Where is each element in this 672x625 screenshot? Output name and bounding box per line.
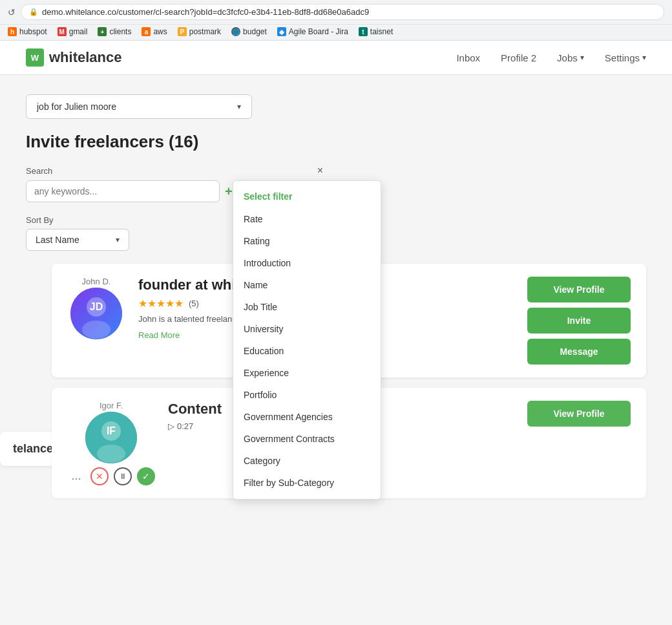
filter-item-sub-category[interactable]: Filter by Sub-Category (233, 472, 381, 494)
svg-point-6 (97, 445, 125, 463)
card-actions-john: View Profile Invite Message (527, 277, 631, 365)
settings-chevron-icon: ▾ (642, 53, 646, 62)
job-selector-value: job for Julien moore (37, 101, 116, 112)
bookmark-gmail[interactable]: M gmail (58, 27, 88, 36)
sort-select[interactable]: Last Name ▾ (26, 229, 129, 251)
filter-item-gov-contracts[interactable]: Government Contracts (233, 428, 381, 450)
message-button-john[interactable]: Message (527, 339, 631, 365)
filter-item-university[interactable]: University (233, 318, 381, 340)
jira-icon: ◆ (277, 27, 286, 36)
svg-text:IF: IF (107, 425, 116, 436)
sort-chevron-icon: ▾ (116, 235, 120, 244)
bookmark-label: aws (153, 27, 167, 36)
svg-point-2 (82, 321, 110, 339)
filter-item-name[interactable]: Name (233, 274, 381, 296)
filter-item-category[interactable]: Category (233, 450, 381, 472)
nav-jobs[interactable]: Jobs ▾ (557, 52, 584, 63)
search-input[interactable] (34, 186, 211, 196)
reject-icon[interactable]: ✕ (90, 467, 109, 485)
view-profile-button-john[interactable]: View Profile (527, 277, 631, 302)
address-bar: ↺ 🔒 demo.whitelance.co/customer/cl-searc… (0, 0, 672, 24)
navbar: W whitelance Inbox Profile 2 Jobs ▾ Sett… (0, 41, 672, 75)
bookmark-label: hubspot (19, 27, 47, 36)
action-icons: … ✕ ⏸ ✓ (67, 467, 155, 485)
filter-item-education[interactable]: Education (233, 340, 381, 362)
bookmark-label: postmark (189, 27, 221, 36)
browser-chrome: ↺ 🔒 demo.whitelance.co/customer/cl-searc… (0, 0, 672, 41)
timer-value: 0:27 (177, 421, 193, 431)
main-content: job for Julien moore ▾ Invite freelancer… (0, 75, 672, 528)
bookmarks-bar: h hubspot M gmail + clients a aws P post… (0, 24, 672, 40)
sort-value: Last Name (36, 235, 79, 245)
filter-dropdown-container: Select filter Rate Rating Introduction N… (26, 180, 220, 202)
card-actions-igor: View Profile (527, 401, 631, 427)
nav-inbox[interactable]: Inbox (456, 52, 480, 63)
bg-card-text: telance. (13, 442, 56, 455)
refresh-icon[interactable]: ↺ (8, 7, 16, 17)
filter-item-experience[interactable]: Experience (233, 362, 381, 384)
filter-item-jobtitle[interactable]: Job Title (233, 296, 381, 318)
view-profile-button-igor[interactable]: View Profile (527, 401, 631, 427)
stars-john: ★★★★★ (138, 297, 184, 310)
search-section: Search × Select filter Rate Rating Intro… (26, 165, 646, 202)
logo[interactable]: W whitelance (26, 48, 121, 67)
bookmark-budget[interactable]: 🌐 budget (231, 27, 267, 36)
bookmark-label: Agile Board - Jira (289, 27, 348, 36)
gmail-icon: M (58, 27, 67, 36)
budget-icon: 🌐 (231, 27, 240, 36)
search-clear-icon[interactable]: × (317, 165, 323, 176)
invite-button-john[interactable]: Invite (527, 308, 631, 334)
taisnet-icon: t (359, 27, 368, 36)
filter-dropdown: Select filter Rate Rating Introduction N… (233, 180, 381, 500)
bookmark-clients[interactable]: + clients (98, 27, 131, 36)
rating-count-john: (5) (189, 299, 199, 308)
avatar-igor: IF (85, 412, 137, 463)
bookmark-hubspot[interactable]: h hubspot (8, 27, 47, 36)
avatar-john: JD (70, 288, 122, 339)
filter-dropdown-header: Select filter (233, 186, 381, 208)
logo-icon: W (26, 48, 44, 67)
approve-icon[interactable]: ✓ (137, 467, 155, 485)
postmark-icon: P (178, 27, 187, 36)
nav-links: Inbox Profile 2 Jobs ▾ Settings ▾ (456, 52, 646, 63)
clients-icon: + (98, 27, 107, 36)
job-selector[interactable]: job for Julien moore ▾ (26, 94, 252, 119)
avatar-placeholder-john: JD (70, 288, 122, 339)
filter-item-rating[interactable]: Rating (233, 230, 381, 252)
add-filter-button[interactable]: + (225, 184, 233, 199)
hubspot-icon: h (8, 27, 17, 36)
logo-text: whitelance (49, 49, 121, 66)
search-row: Select filter Rate Rating Introduction N… (26, 180, 646, 202)
aws-icon: a (142, 27, 151, 36)
url-text: demo.whitelance.co/customer/cl-search?jo… (42, 7, 369, 17)
card-name-john: John D. (82, 277, 111, 286)
search-label-text: Search (26, 166, 52, 176)
nav-profile[interactable]: Profile 2 (501, 52, 536, 63)
bookmark-aws[interactable]: a aws (142, 27, 167, 36)
search-label-row: Search × (26, 165, 323, 176)
bookmark-label: clients (109, 27, 131, 36)
search-input-wrap (26, 180, 220, 202)
lock-icon: 🔒 (29, 8, 38, 16)
filter-item-introduction[interactable]: Introduction (233, 252, 381, 274)
read-more-john[interactable]: Read More (138, 330, 180, 340)
nav-settings[interactable]: Settings ▾ (605, 52, 646, 63)
bookmark-label: gmail (69, 27, 88, 36)
timer-icon: ▷ (168, 421, 174, 431)
filter-item-gov-agencies[interactable]: Government Agencies (233, 406, 381, 428)
url-bar[interactable]: 🔒 demo.whitelance.co/customer/cl-search?… (21, 4, 664, 20)
bookmark-taisnet[interactable]: t taisnet (359, 27, 393, 36)
bookmark-jira[interactable]: ◆ Agile Board - Jira (277, 27, 348, 36)
filter-item-rate[interactable]: Rate (233, 208, 381, 230)
pause-icon[interactable]: ⏸ (114, 467, 132, 485)
more-options-icon[interactable]: … (67, 467, 85, 485)
bookmark-label: taisnet (370, 27, 393, 36)
jobs-chevron-icon: ▾ (580, 53, 584, 62)
card-name-igor: Igor F. (100, 401, 123, 410)
svg-text:JD: JD (90, 301, 103, 312)
filter-item-portfolio[interactable]: Portfolio (233, 384, 381, 406)
avatar-placeholder-igor: IF (85, 412, 137, 463)
bookmark-postmark[interactable]: P postmark (178, 27, 221, 36)
bookmark-label: budget (243, 27, 267, 36)
job-selector-chevron-icon: ▾ (237, 102, 241, 111)
